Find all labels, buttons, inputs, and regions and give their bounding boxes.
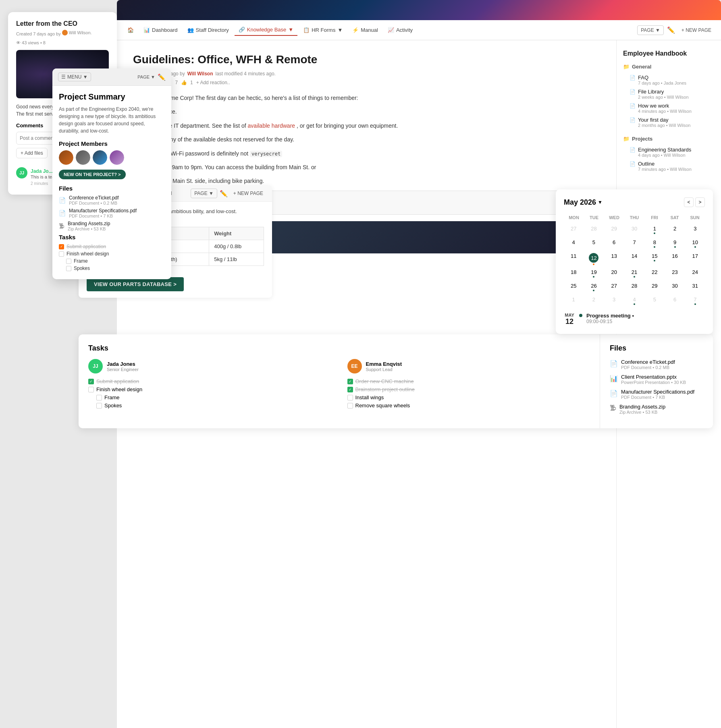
new-page-button[interactable]: + NEW PAGE (678, 26, 715, 35)
archive-icon: 🗜 (59, 223, 64, 229)
sidebar-section-general: 📁 General (623, 64, 715, 70)
folder-icon: 📁 (623, 64, 630, 70)
sidebar-item-how-we-work[interactable]: 📄 How we work 4 minutes ago • Will Wilso… (623, 101, 715, 115)
page-menu-button[interactable]: PAGE ▼ (637, 25, 664, 35)
cal-cell-29[interactable]: 29 (605, 224, 624, 237)
cal-cell-13[interactable]: 13 (605, 251, 624, 267)
cal-cell-21[interactable]: 21 (625, 268, 644, 280)
page-icon: 📄 (630, 89, 636, 95)
cal-cell-11[interactable]: 11 (564, 251, 583, 267)
nav-activity[interactable]: 📈 Activity (384, 25, 417, 35)
second-page-btn[interactable]: PAGE ▼ (191, 189, 217, 198)
nav-dashboard[interactable]: 📊 Dashboard (139, 25, 182, 35)
task-checkbox-1[interactable] (59, 251, 64, 257)
cal-cell-12[interactable]: 12 (584, 251, 603, 267)
cal-cell-27[interactable]: 27 (605, 281, 624, 294)
task-item-1-sub-1: Spokes (66, 265, 165, 271)
cal-cell-30[interactable]: 30 (665, 281, 684, 294)
calendar-grid: 2728293012345678910111213141516171819202… (564, 224, 705, 308)
task-checkbox-sub-0[interactable] (66, 259, 71, 264)
cal-cell-22[interactable]: 22 (645, 268, 664, 280)
cal-cell-5[interactable]: 5 (584, 238, 603, 251)
task-text-0: Submit application (66, 244, 106, 249)
cal-cell-29[interactable]: 29 (645, 281, 664, 294)
cal-cell-27[interactable]: 27 (564, 224, 583, 237)
cal-cell-7[interactable]: 7 (625, 238, 644, 251)
cal-cell-18[interactable]: 18 (564, 268, 583, 280)
menu-button[interactable]: ☰ MENU ▼ (58, 73, 91, 81)
cal-cell-1[interactable]: 1 (645, 224, 664, 237)
hardware-link[interactable]: available hardware (248, 122, 295, 129)
add-reaction-button[interactable]: + Add reaction.. (196, 80, 230, 85)
jada-checkbox-1[interactable] (88, 387, 94, 392)
cal-prev-button[interactable]: < (684, 197, 694, 207)
sidebar-item-faq[interactable]: 📄 FAQ 7 days ago • Jada Jones (623, 73, 715, 87)
nav-hr-forms[interactable]: 📋 HR Forms ▼ (299, 25, 347, 35)
cal-cell-7[interactable]: 7 (686, 295, 705, 308)
handbook-edit-icon[interactable]: ✏️ (158, 73, 166, 81)
cal-cell-30[interactable]: 30 (625, 224, 644, 237)
cal-cell-26[interactable]: 26 (584, 281, 603, 294)
handbook-page-btn[interactable]: PAGE ▼ (137, 75, 155, 79)
sidebar-item-outline[interactable]: 📄 Outline 7 minutes ago • Will Wilson (623, 159, 715, 173)
cal-cell-17[interactable]: 17 (686, 251, 705, 267)
emma-checkbox-1[interactable]: ✓ (347, 387, 353, 392)
new-project-button[interactable]: NEW ON THE PROJECT? > (59, 170, 126, 179)
cal-cell-28[interactable]: 28 (625, 281, 644, 294)
cal-cell-6[interactable]: 6 (665, 295, 684, 308)
cal-cell-2[interactable]: 2 (584, 295, 603, 308)
cal-cell-31[interactable]: 31 (686, 281, 705, 294)
nav-staff-directory[interactable]: 👥 Staff Directory (183, 25, 233, 35)
task-checkbox-0[interactable]: ✓ (59, 244, 64, 249)
cal-cell-24[interactable]: 24 (686, 268, 705, 280)
cal-cell-4[interactable]: 4 (564, 238, 583, 251)
cal-cell-15[interactable]: 15 (645, 251, 664, 267)
cal-cell-19[interactable]: 19 (584, 268, 603, 280)
cal-cell-2[interactable]: 2 (665, 224, 684, 237)
jada-sub-checkbox-0[interactable] (96, 395, 102, 400)
sidebar-item-file-library[interactable]: 📄 File Library 2 weeks ago • Will Wilson (623, 87, 715, 101)
calendar-days-header: MON TUE WED THU FRI SAT SUN (564, 214, 705, 222)
cal-cell-8[interactable]: 8 (645, 238, 664, 251)
emma-task-text-3: Remove square wheels (355, 402, 410, 409)
edit-icon[interactable]: ✏️ (667, 26, 675, 34)
jada-checkbox-0[interactable]: ✓ (88, 379, 94, 384)
cal-cell-9[interactable]: 9 (665, 238, 684, 251)
nav-knowledge-base[interactable]: 🔗 Knowledge Base ▼ (235, 24, 297, 36)
nav-home[interactable]: 🏠 (123, 25, 138, 35)
task-item-1-sub-0: Frame (66, 258, 165, 264)
calendar-event: MAY 12 Progress meeting • 09:00-09:15 (564, 313, 705, 326)
emma-checkbox-0[interactable]: ✓ (347, 379, 353, 384)
cal-cell-1[interactable]: 1 (564, 295, 583, 308)
cal-cell-6[interactable]: 6 (605, 238, 624, 251)
cal-cell-3[interactable]: 3 (605, 295, 624, 308)
jada-sub-checkbox-1[interactable] (96, 403, 102, 409)
second-edit-icon[interactable]: ✏️ (220, 190, 228, 197)
task-item-1: Finish wheel design (59, 251, 165, 257)
emma-checkbox-2[interactable] (347, 395, 353, 400)
home-icon: 🏠 (127, 27, 134, 33)
cal-cell-10[interactable]: 10 (686, 238, 705, 251)
jada-subtask-1: Spokes (96, 402, 331, 409)
cal-cell-20[interactable]: 20 (605, 268, 624, 280)
cal-cell-28[interactable]: 28 (584, 224, 603, 237)
add-files-button[interactable]: + Add files (16, 148, 48, 158)
cal-cell-16[interactable]: 16 (665, 251, 684, 267)
file-item-1: 📄 Manufacturer Specifications.pdf PDF Do… (59, 208, 165, 218)
cal-cell-23[interactable]: 23 (665, 268, 684, 280)
second-new-page-btn[interactable]: + NEW PAGE (230, 189, 266, 198)
cal-cell-3[interactable]: 3 (686, 224, 705, 237)
sidebar-item-engineering-standards[interactable]: 📄 Engineering Standards 4 days ago • Wil… (623, 145, 715, 159)
menu-icon: ☰ (61, 74, 66, 80)
view-parts-button[interactable]: VIEW OUR PARTS DATABASE > (87, 277, 184, 291)
cal-next-button[interactable]: > (695, 197, 705, 207)
nav-manual[interactable]: ⚡ Manual (348, 25, 382, 35)
sidebar-item-your-first-day[interactable]: 📄 Your first day 2 months ago • Will Wil… (623, 115, 715, 129)
cal-cell-25[interactable]: 25 (564, 281, 583, 294)
task-checkbox-sub-1[interactable] (66, 266, 71, 271)
cal-cell-5[interactable]: 5 (645, 295, 664, 308)
emma-checkbox-3[interactable] (347, 403, 353, 409)
cal-cell-14[interactable]: 14 (625, 251, 644, 267)
cal-cell-4[interactable]: 4 (625, 295, 644, 308)
emma-task-text-1: Brainstorm project outline (355, 386, 415, 392)
